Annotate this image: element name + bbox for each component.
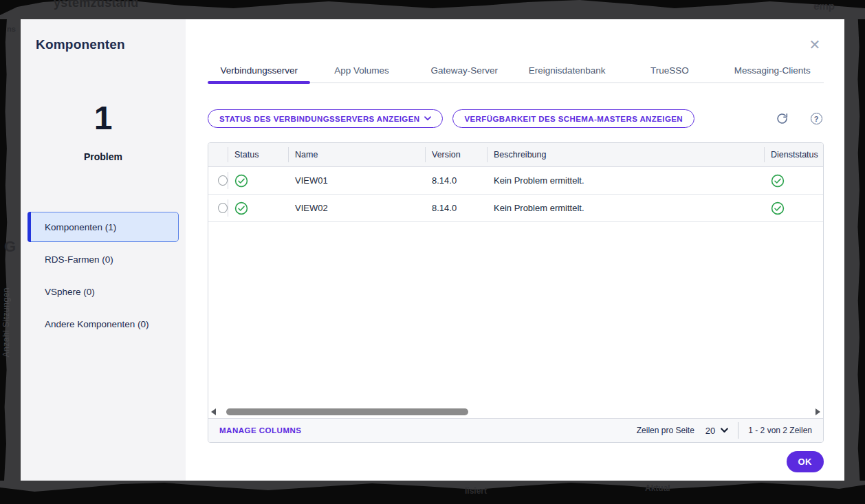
background-remnant-top: ystemzustand emp <box>0 0 865 19</box>
status-ok-icon <box>234 201 248 215</box>
background-text-fragment: Anzahl Sitzungen <box>1 287 11 357</box>
table-empty-area <box>208 222 823 406</box>
ok-button[interactable]: OK <box>787 451 824 472</box>
rows-per-page-select[interactable]: 20 <box>705 426 728 436</box>
background-text-fragment: G <box>4 238 16 256</box>
table-footer: MANAGE COLUMNS Zeilen pro Seite 20 1 - 2… <box>208 418 823 442</box>
service-status-cell <box>764 195 823 221</box>
table-row: VIEW01 8.14.0 Kein Problem ermittelt. <box>208 167 823 195</box>
background-remnant-left: ns G Anzahl Sitzungen <box>0 19 21 481</box>
rows-per-page-value: 20 <box>705 426 715 436</box>
dialog-sidebar: Komponenten 1 Problem Komponenten (1) RD… <box>21 19 186 481</box>
sidebar-item-vsphere[interactable]: VSphere (0) <box>28 276 179 307</box>
status-ok-icon <box>771 201 785 215</box>
torn-paper-edge <box>844 19 865 481</box>
scroll-left-arrow[interactable] <box>211 408 216 415</box>
show-connection-server-status-button[interactable]: STATUS DES VERBINDUNGSSERVERS ANZEIGEN <box>208 109 443 128</box>
sidebar-item-komponenten[interactable]: Komponenten (1) <box>28 212 179 242</box>
column-select <box>208 143 228 166</box>
sidebar-item-label: Andere Komponenten (0) <box>45 319 149 329</box>
scrollbar-thumb[interactable] <box>226 408 469 415</box>
component-tabs: Verbindungsserver App Volumes Gateway-Se… <box>208 65 824 83</box>
dialog-title: Komponenten <box>21 37 186 52</box>
components-table: Status Name Version Beschreibung Diensts… <box>208 142 824 443</box>
rows-per-page-label: Zeilen pro Seite <box>637 426 694 435</box>
show-schema-master-availability-button[interactable]: VERFÜGBARKEIT DES SCHEMA-MASTERS ANZEIGE… <box>452 109 694 128</box>
button-label: VERFÜGBARKEIT DES SCHEMA-MASTERS ANZEIGE… <box>464 115 683 123</box>
table-header: Status Name Version Beschreibung Diensts… <box>208 143 823 167</box>
refresh-icon[interactable] <box>774 111 789 127</box>
dialog-actions: OK <box>208 451 824 472</box>
name-cell: VIEW02 <box>288 195 425 221</box>
category-nav: Komponenten (1) RDS-Farmen (0) VSphere (… <box>21 212 186 339</box>
close-icon[interactable]: ✕ <box>807 37 822 52</box>
table-row: VIEW02 8.14.0 Kein Problem ermittelt. <box>208 195 823 222</box>
background-remnant-right <box>844 19 865 481</box>
scroll-right-arrow[interactable] <box>815 408 820 415</box>
description-cell: Kein Problem ermittelt. <box>487 195 764 221</box>
background-text-fragment: lisiert <box>465 486 487 496</box>
divider <box>738 422 738 439</box>
name-cell: VIEW01 <box>288 167 425 194</box>
sidebar-item-label: VSphere (0) <box>45 287 95 297</box>
background-text-fragment: emp <box>813 0 835 12</box>
version-cell: 8.14.0 <box>425 167 487 194</box>
background-text-fragment: ns <box>7 25 16 33</box>
column-status: Status <box>228 143 288 166</box>
column-beschreibung: Beschreibung <box>487 143 764 166</box>
tab-ereignisdatenbank[interactable]: Ereignisdatenbank <box>516 65 618 83</box>
background-remnant-bottom: lisiert Aktual <box>0 481 865 504</box>
components-dialog: Komponenten 1 Problem Komponenten (1) RD… <box>21 19 844 481</box>
tab-truesso[interactable]: TrueSSO <box>618 65 721 83</box>
column-dienststatus: Dienststatus <box>764 143 823 166</box>
chevron-down-icon <box>721 428 728 433</box>
horizontal-scrollbar <box>208 406 823 418</box>
tab-verbindungsserver[interactable]: Verbindungsserver <box>208 65 310 83</box>
problem-summary: 1 Problem <box>21 102 186 162</box>
status-ok-icon <box>234 174 248 188</box>
version-cell: 8.14.0 <box>425 195 487 221</box>
background-text-fragment: Aktual <box>645 483 670 493</box>
column-name: Name <box>288 143 425 166</box>
service-status-cell <box>764 167 823 194</box>
action-bar: STATUS DES VERBINDUNGSSERVERS ANZEIGEN V… <box>208 109 824 128</box>
sidebar-item-rds-farmen[interactable]: RDS-Farmen (0) <box>28 244 179 274</box>
torn-paper-edge <box>0 481 865 504</box>
status-cell <box>228 167 288 194</box>
sidebar-item-label: RDS-Farmen (0) <box>45 254 113 265</box>
description-cell: Kein Problem ermittelt. <box>487 167 764 194</box>
chevron-down-icon <box>424 116 431 121</box>
sidebar-item-label: Komponenten (1) <box>45 222 116 232</box>
tab-gateway-server[interactable]: Gateway-Server <box>413 65 516 83</box>
sidebar-item-andere-komponenten[interactable]: Andere Komponenten (0) <box>28 309 179 339</box>
row-select-cell <box>208 167 228 194</box>
status-cell <box>228 195 288 221</box>
row-select-cell <box>208 195 228 221</box>
problem-label: Problem <box>21 151 186 162</box>
row-radio-button[interactable] <box>218 203 228 213</box>
tab-app-volumes[interactable]: App Volumes <box>310 65 413 83</box>
help-icon[interactable]: ? <box>809 111 824 127</box>
manage-columns-button[interactable]: MANAGE COLUMNS <box>219 426 301 435</box>
pagination-range: 1 - 2 von 2 Zeilen <box>748 426 812 435</box>
column-version: Version <box>425 143 487 166</box>
button-label: STATUS DES VERBINDUNGSSERVERS ANZEIGEN <box>219 115 419 123</box>
tab-messaging-clients[interactable]: Messaging-Clients <box>721 65 824 83</box>
problem-count: 1 <box>21 102 186 135</box>
status-ok-icon <box>771 174 785 188</box>
dialog-main: ✕ Verbindungsserver App Volumes Gateway-… <box>186 19 844 481</box>
row-radio-button[interactable] <box>218 175 228 186</box>
background-text-fragment: ystemzustand <box>54 0 139 10</box>
scrollbar-track[interactable] <box>220 408 811 416</box>
